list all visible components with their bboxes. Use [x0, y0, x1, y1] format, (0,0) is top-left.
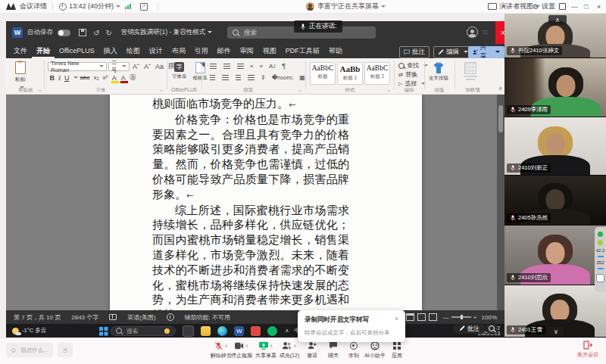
sort-icon[interactable]: A↕ [269, 63, 276, 70]
participant-video[interactable]: 2409李泽雨 [504, 58, 606, 117]
font-library-button[interactable]: 字 字体库 [172, 62, 187, 82]
members-button[interactable]: ∧ 成员(12) [277, 341, 301, 359]
print-layout-icon[interactable] [417, 313, 426, 321]
wps-icon[interactable] [251, 326, 261, 336]
zoom-slider[interactable] [451, 316, 471, 318]
tab-pdf-tools[interactable]: PDF工具箱 [281, 44, 324, 58]
subscript-icon[interactable]: x₂ [93, 74, 98, 81]
participant-video[interactable]: 2410刘新正 [504, 117, 606, 176]
participant-video[interactable]: 2405孙浩然 [504, 176, 606, 226]
participant-video[interactable]: 2410刘思欣 [504, 226, 606, 285]
change-case-icon[interactable]: Aa [155, 63, 164, 70]
tab-draw[interactable]: 绘图 [122, 44, 145, 58]
underline-icon[interactable]: U [64, 74, 70, 82]
sharing-status[interactable]: 李富宁正在共享屏幕 [306, 2, 386, 11]
chevron-up-icon[interactable]: ∧ [224, 343, 227, 348]
language-indicator[interactable]: 英语(美国) [127, 313, 155, 322]
stop-video-button[interactable]: ∧ 停止视频 [230, 341, 254, 359]
page-indicator[interactable]: 第 7 页，共 10 页 [14, 313, 61, 322]
collapse-ribbon-icon[interactable]: ∧ [498, 86, 502, 92]
undo-icon[interactable]: ↺ [93, 29, 99, 37]
meeting-app-icon[interactable] [267, 326, 277, 336]
weather-icon[interactable] [12, 328, 19, 334]
highlight-color-icon[interactable]: A [112, 74, 117, 82]
apps-button[interactable]: 应用 [385, 341, 409, 359]
edge-browser-icon[interactable] [217, 326, 227, 336]
sidebar-collapse-button[interactable]: ∧ [548, 15, 567, 25]
read-mode-icon[interactable] [406, 313, 414, 321]
chat-input[interactable] [19, 346, 52, 354]
fullscreen-icon[interactable] [559, 3, 566, 10]
network-signal-icon[interactable] [125, 4, 131, 9]
tab-review[interactable]: 审阅 [236, 44, 258, 58]
dialog-launcher-icon[interactable]: ⌙ [298, 87, 302, 92]
editing-mode-button[interactable]: 编辑 [433, 46, 473, 58]
align-right-icon[interactable] [236, 75, 241, 80]
meeting-timer[interactable]: 13:42 (40分钟) [69, 2, 114, 11]
weather-widget[interactable]: -1°C 多云 [22, 327, 46, 334]
task-view-icon[interactable] [183, 325, 194, 337]
tab-file[interactable]: 文件 [9, 44, 32, 58]
proofing-icon[interactable] [109, 314, 117, 320]
sidebar-expand-button[interactable]: ∨ [548, 327, 564, 336]
zoom-percentage[interactable]: 100% [482, 314, 497, 321]
accessibility-status[interactable]: 辅助功能: 不可用 [185, 313, 230, 322]
font-color-icon[interactable]: A [121, 74, 126, 82]
tab-officeplus[interactable]: OfficePLUS [55, 44, 99, 58]
italic-icon[interactable]: I [58, 74, 61, 82]
strikethrough-icon[interactable]: abc [80, 74, 90, 81]
share-document-button[interactable]: 共享 [468, 46, 504, 58]
tab-view[interactable]: 视图 [258, 44, 281, 58]
tray-expand-icon[interactable]: ∧ [285, 328, 289, 334]
bold-icon[interactable]: B [50, 74, 55, 82]
pilcrow-icon[interactable]: ¶ [282, 62, 286, 70]
tab-mailings[interactable]: 邮件 [213, 44, 236, 58]
font-name-select[interactable]: Times New Roman [48, 62, 107, 71]
taskbar-search-input[interactable] [125, 327, 161, 335]
settings-button[interactable]: ⚙ 设置 [533, 2, 555, 11]
align-left-icon[interactable] [210, 75, 215, 80]
word-taskbar-icon[interactable]: W [234, 326, 244, 336]
save-icon[interactable] [79, 29, 86, 36]
zoom-out-icon[interactable]: — [443, 314, 449, 321]
tab-help[interactable]: 帮助 [324, 44, 347, 58]
word-count[interactable]: 2843 个字 [71, 313, 98, 322]
stats-widget-button[interactable] [596, 274, 604, 282]
line-spacing-icon[interactable]: ⇕ [261, 74, 266, 81]
zoom-in-icon[interactable]: + [473, 314, 477, 321]
chat-box[interactable]: ☺ [6, 343, 53, 357]
share-link-icon[interactable] [140, 3, 148, 11]
scrollbar-thumb[interactable] [498, 105, 503, 132]
decrease-indent-icon[interactable]: « [250, 63, 253, 70]
grow-font-icon[interactable]: Aˆ [133, 63, 139, 70]
style-card-title[interactable]: AaBbC 标题 [310, 62, 336, 85]
start-button-icon[interactable] [99, 327, 103, 331]
multilevel-list-icon[interactable] [237, 64, 244, 69]
leave-meeting-button[interactable]: 离开会议 [570, 341, 606, 359]
enclose-character-icon[interactable]: ⓐ [130, 73, 136, 82]
popup-close-icon[interactable]: × [395, 316, 398, 325]
shrink-font-icon[interactable]: Aˇ [144, 63, 151, 70]
dialog-launcher-icon[interactable]: ⌙ [387, 87, 391, 92]
comments-button[interactable]: 批注 [399, 46, 430, 58]
full-text-layout-button[interactable]: 全文排版 [429, 62, 448, 82]
superscript-icon[interactable]: x² [103, 74, 108, 81]
font-size-select[interactable]: 二号 [108, 62, 130, 71]
chevron-up-icon[interactable]: ∧ [293, 343, 296, 348]
chevron-up-icon[interactable]: ∧ [245, 343, 248, 348]
borders-icon[interactable]: ▦ [299, 74, 305, 81]
tab-design[interactable]: 设计 [145, 44, 167, 58]
style-card-heading1[interactable]: AaBb 标题 1 [337, 62, 363, 85]
meeting-details-link[interactable]: 会议详情 [20, 2, 47, 11]
document-canvas[interactable]: 桃则面临市场竞争的压力。← 价格竞争：价格也是市场竞争的重要因素之一。合理且具有… [6, 95, 504, 310]
increase-indent-icon[interactable]: » [259, 63, 262, 70]
magnifier-button[interactable] [486, 322, 498, 334]
dialog-launcher-icon[interactable]: ⌙ [160, 87, 164, 92]
tab-insert[interactable]: 插入 [99, 44, 122, 58]
vertical-scrollbar[interactable] [497, 95, 504, 310]
justify-icon[interactable] [248, 75, 255, 80]
web-layout-icon[interactable] [429, 313, 437, 321]
file-explorer-icon[interactable] [201, 326, 211, 336]
restore-icon[interactable]: □ [483, 29, 487, 36]
style-card-heading2[interactable]: AaBbC 标题 2 [364, 62, 390, 85]
